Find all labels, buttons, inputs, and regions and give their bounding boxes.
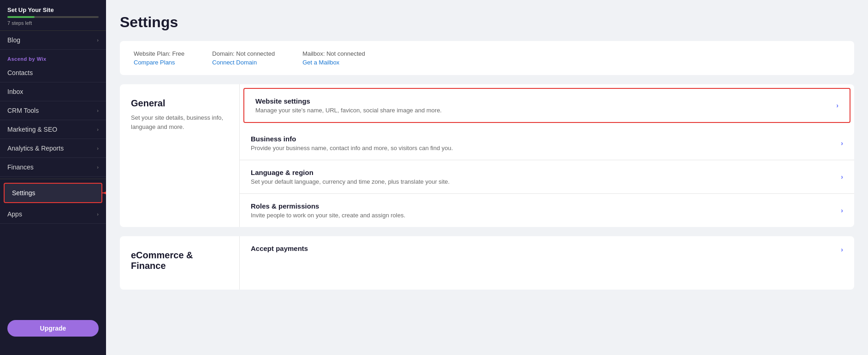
chevron-right-icon: › <box>97 37 99 43</box>
website-settings-content: Website settings Manage your site's name… <box>255 97 831 114</box>
general-section-right: Website settings Manage your site's name… <box>240 84 854 227</box>
general-section-desc: Set your site details, business info, la… <box>131 113 228 131</box>
website-settings-wrapper: Website settings Manage your site's name… <box>240 84 854 127</box>
sidebar-item-crm-tools[interactable]: CRM Tools › <box>0 101 106 120</box>
plan-info: Website Plan: Free Compare Plans <box>134 50 184 66</box>
sidebar-item-finances[interactable]: Finances › <box>0 158 106 177</box>
chevron-right-icon: › <box>97 127 99 132</box>
upgrade-button[interactable]: Upgrade <box>7 320 99 337</box>
roles-permissions-row[interactable]: Roles & permissions Invite people to wor… <box>240 194 854 227</box>
chevron-right-icon: › <box>841 140 843 147</box>
accept-payments-row[interactable]: Accept payments › <box>240 236 854 262</box>
ecommerce-section-title: eCommerce & Finance <box>131 250 228 271</box>
language-region-title: Language & region <box>251 169 835 176</box>
get-mailbox-link[interactable]: Get a Mailbox <box>302 59 365 66</box>
compare-plans-link[interactable]: Compare Plans <box>134 59 184 66</box>
chevron-right-icon: › <box>841 207 843 214</box>
accept-payments-content: Accept payments <box>251 244 835 254</box>
setup-title: Set Up Your Site <box>7 6 99 13</box>
chevron-right-icon: › <box>97 145 99 151</box>
setup-steps-left: 7 steps left <box>7 20 99 26</box>
sidebar: Set Up Your Site 7 steps left Blog › Asc… <box>0 0 106 355</box>
roles-permissions-title: Roles & permissions <box>251 202 835 210</box>
domain-info: Domain: Not connected Connect Domain <box>212 50 275 66</box>
mailbox-info: Mailbox: Not connected Get a Mailbox <box>302 50 365 66</box>
chevron-right-icon: › <box>97 164 99 170</box>
chevron-right-icon: › <box>836 102 838 109</box>
domain-label: Domain: Not connected <box>212 50 275 57</box>
website-settings-title: Website settings <box>255 97 831 105</box>
main-content: Settings Website Plan: Free Compare Plan… <box>106 0 868 355</box>
sidebar-item-analytics-reports[interactable]: Analytics & Reports › <box>0 139 106 158</box>
language-region-content: Language & region Set your default langu… <box>251 169 835 185</box>
ecommerce-section: eCommerce & Finance Accept payments › <box>120 236 854 290</box>
business-info-title: Business info <box>251 135 835 143</box>
setup-progress-fill <box>7 16 35 18</box>
business-info-desc: Provide your business name, contact info… <box>251 145 835 151</box>
general-section-title: General <box>131 98 228 109</box>
language-region-desc: Set your default language, currency and … <box>251 178 835 185</box>
ecommerce-section-right: Accept payments › <box>240 236 854 290</box>
business-info-content: Business info Provide your business name… <box>251 135 835 151</box>
info-bar: Website Plan: Free Compare Plans Domain:… <box>120 41 854 75</box>
chevron-right-icon: › <box>97 211 99 217</box>
mailbox-label: Mailbox: Not connected <box>302 50 365 57</box>
connect-domain-link[interactable]: Connect Domain <box>212 59 275 66</box>
website-settings-desc: Manage your site's name, URL, favicon, s… <box>255 107 831 114</box>
roles-permissions-desc: Invite people to work on your site, crea… <box>251 212 835 219</box>
website-settings-row[interactable]: Website settings Manage your site's name… <box>243 88 850 123</box>
general-section-left: General Set your site details, business … <box>120 84 240 227</box>
sidebar-item-settings[interactable]: Settings <box>4 183 102 203</box>
page-title: Settings <box>120 14 854 31</box>
chevron-right-icon: › <box>841 173 843 180</box>
general-section: General Set your site details, business … <box>120 84 854 227</box>
sidebar-bottom: Upgrade <box>0 224 106 355</box>
sidebar-item-apps[interactable]: Apps › <box>0 205 106 224</box>
sidebar-setup: Set Up Your Site 7 steps left <box>0 0 106 31</box>
chevron-right-icon: › <box>841 246 843 253</box>
business-info-row[interactable]: Business info Provide your business name… <box>240 127 854 160</box>
ecommerce-section-left: eCommerce & Finance <box>120 236 240 290</box>
setup-progress-bar <box>7 16 99 18</box>
sidebar-item-blog[interactable]: Blog › <box>0 31 106 50</box>
sidebar-divider <box>0 179 106 179</box>
sidebar-item-contacts[interactable]: Contacts <box>0 64 106 82</box>
sidebar-item-inbox[interactable]: Inbox <box>0 82 106 101</box>
language-region-row[interactable]: Language & region Set your default langu… <box>240 160 854 194</box>
accept-payments-title: Accept payments <box>251 244 835 252</box>
chevron-right-icon: › <box>97 108 99 113</box>
sidebar-item-marketing-seo[interactable]: Marketing & SEO › <box>0 120 106 139</box>
roles-permissions-content: Roles & permissions Invite people to wor… <box>251 202 835 219</box>
plan-label: Website Plan: Free <box>134 50 184 57</box>
sidebar-section-ascend: Ascend by Wix <box>0 50 106 64</box>
